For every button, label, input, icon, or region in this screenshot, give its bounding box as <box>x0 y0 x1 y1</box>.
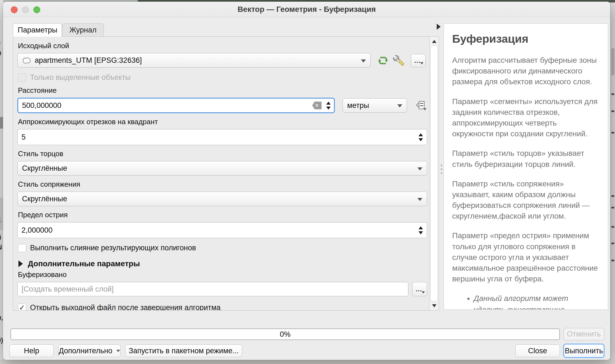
help-paragraph: Алгоритм рассчитывает буферные зоны фикс… <box>452 55 600 87</box>
segments-label: Аппроксимирующих отрезков на квадрант <box>18 118 427 126</box>
help-paragraph: Параметр «стиль сопряжения» указывает, к… <box>452 178 600 222</box>
chevron-right-icon <box>18 260 23 267</box>
distance-field: ✕ <box>17 98 335 113</box>
progress-value: 0% <box>280 330 290 339</box>
run-button[interactable]: Выполнить <box>563 344 604 358</box>
spin-down-icon[interactable] <box>419 138 423 141</box>
segments-field <box>17 129 427 145</box>
splitter-handle[interactable] <box>441 165 443 181</box>
selected-only-label: Только выделенные объекты <box>30 73 131 82</box>
open-output-label: Открыть выходной файл после завершения а… <box>30 303 221 310</box>
tab-log[interactable]: Журнал <box>62 23 104 36</box>
spin-down-icon[interactable] <box>326 107 331 110</box>
help-button[interactable]: Help <box>9 344 54 357</box>
help-paragraph: Параметр «предел острия» применим только… <box>452 230 600 284</box>
polygon-layer-icon <box>22 56 32 65</box>
source-layer-value: apartments_UTM [EPSG:32636] <box>35 56 142 65</box>
advanced-options-button[interactable] <box>392 54 405 67</box>
open-output-checkbox[interactable]: ✓ <box>18 304 26 311</box>
segments-spinner[interactable] <box>417 129 424 145</box>
spin-up-icon[interactable] <box>326 102 331 105</box>
end-cap-style-select[interactable]: Скруглённые <box>17 161 427 176</box>
spin-up-icon[interactable] <box>419 133 423 136</box>
segments-input[interactable] <box>17 129 427 145</box>
miter-limit-field <box>17 222 427 238</box>
help-paragraph: Параметр «стиль торцов» указывает стиль … <box>452 148 600 169</box>
distance-spinner[interactable] <box>325 98 332 113</box>
output-input[interactable] <box>17 282 408 296</box>
spin-up-icon[interactable] <box>419 226 423 229</box>
collapse-help-arrow-icon[interactable] <box>437 24 441 30</box>
distance-units-select[interactable]: метры <box>342 98 407 113</box>
chevron-down-icon <box>361 59 366 63</box>
titlebar[interactable]: Вектор — Геометрия - Буферизация <box>3 2 610 17</box>
form-scrollbar[interactable] <box>429 37 439 310</box>
end-cap-style-label: Стиль торцов <box>18 150 427 158</box>
miter-limit-label: Предел острия <box>18 211 427 219</box>
window-title: Вектор — Геометрия - Буферизация <box>3 2 610 17</box>
parameters-panel: Исходный слой apartments_UTM [EPSG:32636… <box>13 36 439 311</box>
chevron-down-icon <box>116 350 120 352</box>
output-label: Буферизовано <box>18 270 427 279</box>
help-note-list: Данный алгоритм может удалить существующ… <box>474 293 600 310</box>
buffer-dialog: Вектор — Геометрия - Буферизация Парамет… <box>3 2 610 360</box>
background-map-canvas <box>0 360 615 364</box>
source-layer-browse-button[interactable]: … <box>411 54 426 67</box>
tab-parameters[interactable]: Параметры <box>13 23 62 37</box>
background-window-scrollbar <box>610 2 615 364</box>
source-layer-select[interactable]: apartments_UTM [EPSG:32636] <box>17 53 371 68</box>
join-style-select[interactable]: Скруглённые <box>17 192 427 206</box>
dissolve-checkbox[interactable] <box>18 244 26 252</box>
miter-limit-input[interactable] <box>17 222 427 238</box>
chevron-down-icon <box>423 108 427 110</box>
distance-label: Расстояние <box>18 86 427 95</box>
advanced-parameters-expander[interactable]: Дополнительные параметры <box>18 259 427 268</box>
help-paragraph: Параметр «сегменты» используется для зад… <box>452 96 600 139</box>
chevron-down-icon <box>422 291 425 294</box>
iterate-button[interactable] <box>377 54 389 67</box>
dissolve-label: Выполнить слияние результирующих полигон… <box>30 244 196 252</box>
chevron-down-icon <box>397 104 402 107</box>
wrench-icon <box>392 54 405 67</box>
scroll-down-icon[interactable] <box>430 301 439 310</box>
cancel-button: Отменить <box>563 328 604 340</box>
distance-input[interactable] <box>17 98 335 113</box>
help-title: Буферизация <box>452 32 600 45</box>
selected-only-checkbox <box>18 74 26 82</box>
data-defined-override-button[interactable] <box>414 99 427 112</box>
check-icon: ✓ <box>19 303 25 310</box>
miter-spinner[interactable] <box>417 222 424 238</box>
iterate-icon <box>377 55 389 67</box>
close-button[interactable]: Close <box>515 344 560 357</box>
help-note: Данный алгоритм может удалить существующ… <box>474 293 600 310</box>
source-layer-label: Исходный слой <box>18 42 427 50</box>
help-panel: Буферизация Алгоритм рассчитывает буферн… <box>444 23 608 310</box>
chevron-down-icon <box>420 62 424 64</box>
join-style-label: Стиль сопряжения <box>18 180 427 189</box>
spin-down-icon[interactable] <box>419 231 423 234</box>
scrollbar-thumb[interactable] <box>430 45 438 301</box>
output-browse-button[interactable]: … <box>412 282 427 296</box>
scroll-up-icon[interactable] <box>430 37 439 45</box>
chevron-down-icon <box>417 167 422 170</box>
progress-bar: 0% <box>10 328 560 340</box>
run-as-batch-button[interactable]: Запустить в пакетном режиме... <box>125 344 242 357</box>
chevron-down-icon <box>417 198 422 201</box>
advanced-menu-button[interactable]: Дополнительно <box>58 344 121 357</box>
